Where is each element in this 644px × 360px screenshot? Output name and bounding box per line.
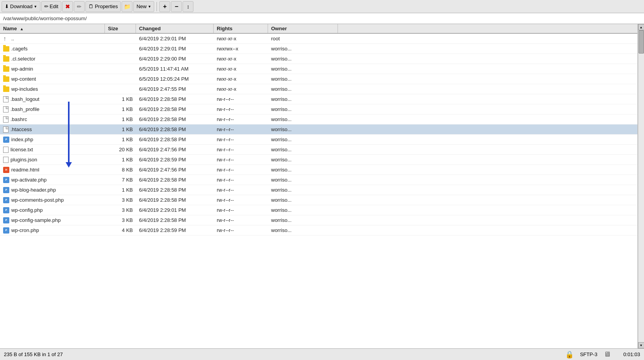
rename-button[interactable]: ✏ [74,1,85,12]
file-name: wp-comments-post.php [11,197,64,203]
file-rights: rw-r--r-- [214,227,268,234]
file-name-cell: P wp-config.php [0,206,105,214]
table-row[interactable]: .cagefs 6/4/2019 2:29:01 PM rwxrwx--x wo… [0,44,637,54]
scroll-down-button[interactable]: ▼ [638,342,644,348]
table-row[interactable]: P wp-cron.php 4 KB 6/4/2019 2:28:59 PM r… [0,225,637,235]
file-list[interactable]: Name ▲ Size Changed Rights Owner ↑ .. [0,24,638,348]
table-row[interactable]: P wp-config-sample.php 3 KB 6/4/2019 2:2… [0,215,637,225]
table-row[interactable]: P wp-blog-header.php 1 KB 6/4/2019 2:28:… [0,185,637,195]
file-rights: rw-r--r-- [214,176,268,183]
table-row[interactable]: plugins.json 1 KB 6/4/2019 2:28:59 PM rw… [0,155,637,165]
table-row[interactable]: wp-admin 6/5/2019 11:47:41 AM rwxr-xr-x … [0,64,637,74]
new-button[interactable]: New ▼ [133,1,154,12]
file-changed: 6/4/2019 2:28:58 PM [136,196,214,204]
status-summary: 235 B of 155 KB in 1 of 27 [4,351,63,357]
file-size: 1 KB [105,95,136,103]
table-row[interactable]: wp-content 6/5/2019 12:05:24 PM rwxr-xr-… [0,74,637,84]
file-changed: 6/5/2019 11:47:41 AM [136,65,214,73]
file-name: readme.html [11,167,39,173]
php-icon: P [3,227,9,234]
file-rights: rwxr-xr-x [214,85,268,93]
subtract-button[interactable]: − [171,1,182,12]
lock-icon: 🔒 [565,350,574,359]
file-owner: worriso... [268,95,338,103]
table-row[interactable]: .bash_logout 1 KB 6/4/2019 2:28:58 PM rw… [0,94,637,104]
file-size: 1 KB [105,136,136,143]
table-row[interactable]: .htaccess 1 KB 6/4/2019 2:28:58 PM rw-r-… [0,125,637,135]
file-changed: 6/4/2019 2:28:59 PM [136,227,214,234]
table-row[interactable]: .bash_profile 1 KB 6/4/2019 2:28:58 PM r… [0,104,637,114]
download-button[interactable]: ⬇ Download ▼ [2,1,40,12]
new-folder-icon-btn[interactable]: 📁 [122,1,132,12]
protocol-label: SFTP-3 [580,351,597,357]
properties-label: Properties [95,3,118,9]
scrollbar[interactable]: ▲ ▼ [638,24,644,348]
col-size[interactable]: Size [105,24,136,33]
col-changed[interactable]: Changed [136,24,214,33]
table-row[interactable]: P wp-activate.php 7 KB 6/4/2019 2:28:58 … [0,175,637,185]
table-row[interactable]: P wp-comments-post.php 3 KB 6/4/2019 2:2… [0,195,637,205]
scroll-up-button[interactable]: ▲ [638,24,644,30]
file-owner: worriso... [268,45,338,52]
download-dropdown-icon: ▼ [34,5,37,9]
file-owner: worriso... [268,146,338,153]
delete-button[interactable]: ✖ [62,1,73,12]
txt-icon [3,147,9,153]
edit-label: Edit [50,3,58,9]
table-row[interactable]: .cl.selector 6/4/2019 2:29:00 PM rwxr-xr… [0,54,637,64]
timer-display: 0:01:03 [617,351,640,357]
file-owner: worriso... [268,116,338,123]
file-icon [3,116,9,123]
file-name-cell: .bash_logout [0,95,105,103]
file-name-cell: plugins.json [0,156,105,164]
file-size: 3 KB [105,206,136,214]
file-name: wp-cron.php [11,227,39,233]
folder-icon [3,56,9,62]
path-text: /var/www/public/worrisome-opossum/ [3,16,87,21]
file-name-cell: wp-admin [0,65,105,73]
file-changed: 6/4/2019 2:28:58 PM [136,95,214,103]
file-name: license.txt [10,147,33,152]
file-name-cell: ↑ .. [0,35,105,42]
edit-button[interactable]: ✏ Edit [41,1,61,12]
file-changed: 6/4/2019 2:28:58 PM [136,176,214,183]
file-name: wp-admin [11,66,33,72]
table-row[interactable]: license.txt 20 KB 6/4/2019 2:47:56 PM rw… [0,145,637,155]
new-label: New [136,3,146,9]
col-owner[interactable]: Owner [268,24,338,33]
col-name[interactable]: Name ▲ [0,24,105,33]
column-headers: Name ▲ Size Changed Rights Owner [0,24,637,34]
file-size [105,78,136,80]
file-size: 1 KB [105,106,136,113]
table-row[interactable]: ↑ .. 6/4/2019 2:29:01 PM rwxr-xr-x root [0,34,637,44]
scroll-track[interactable] [638,30,644,342]
file-changed: 6/4/2019 2:28:58 PM [136,106,214,113]
add-button[interactable]: + [159,1,170,12]
transfer-button[interactable]: ↕ [183,1,193,12]
file-name: wp-config-sample.php [11,217,61,223]
file-name: wp-config.php [11,207,43,213]
file-owner: worriso... [268,216,338,224]
file-changed: 6/4/2019 2:28:58 PM [136,216,214,224]
file-rights: rw-r--r-- [214,146,268,153]
file-owner: worriso... [268,156,338,163]
table-row[interactable]: H readme.html 8 KB 6/4/2019 2:47:56 PM r… [0,165,637,175]
file-size [105,68,136,70]
folder-icon [3,87,9,92]
separator-1 [157,2,157,11]
file-name-cell: P wp-cron.php [0,227,105,234]
col-rights[interactable]: Rights [214,24,268,33]
file-rights: rw-r--r-- [214,116,268,123]
scroll-thumb[interactable] [639,30,644,54]
file-size: 4 KB [105,227,136,234]
table-row[interactable]: .bashrc 1 KB 6/4/2019 2:28:58 PM rw-r--r… [0,114,637,125]
file-name: .cl.selector [11,56,35,62]
table-row[interactable]: P wp-config.php 3 KB 6/4/2019 2:29:01 PM… [0,205,637,215]
file-size [105,88,136,90]
file-owner: worriso... [268,227,338,234]
properties-button[interactable]: 🗒 Properties [85,1,121,12]
table-row[interactable]: P index.php 1 KB 6/4/2019 2:28:58 PM rw-… [0,135,637,145]
table-row[interactable]: wp-includes 6/4/2019 2:47:55 PM rwxr-xr-… [0,84,637,94]
php-icon: P [3,217,9,223]
edit-icon: ✏ [44,3,49,9]
